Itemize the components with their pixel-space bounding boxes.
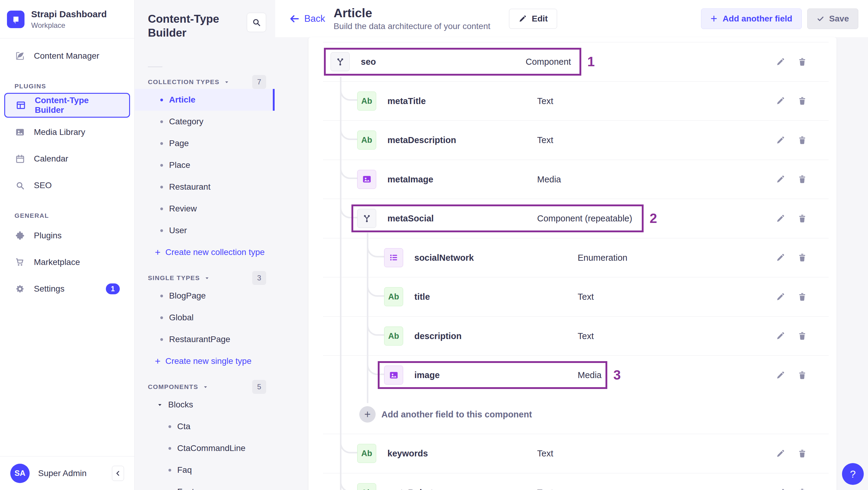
edit-field-button[interactable] — [773, 447, 787, 460]
delete-field-button[interactable] — [795, 211, 809, 225]
ctb-item-user[interactable]: User — [135, 220, 275, 241]
field-type: Component — [526, 57, 571, 67]
delete-field-button[interactable] — [795, 486, 809, 490]
sidebar-item-label: Content-Type Builder — [35, 96, 119, 115]
sidebar-item-media-library[interactable]: Media Library — [4, 119, 130, 146]
ctb-item-article[interactable]: Article — [135, 89, 275, 111]
ctb-item-category[interactable]: Category — [135, 111, 275, 132]
avatar: SA — [10, 464, 30, 483]
ctb-item-features[interactable]: Features — [135, 481, 275, 490]
field-type: Media — [537, 174, 561, 184]
edit-field-button[interactable] — [773, 251, 787, 265]
sidebar-item-content-type-builder[interactable]: Content-Type Builder — [4, 93, 130, 118]
field-name: metaSocial — [388, 214, 434, 223]
pencil-icon — [776, 96, 785, 105]
delete-field-button[interactable] — [795, 329, 809, 343]
field-name: image — [414, 370, 440, 380]
trash-icon — [798, 175, 807, 184]
fields-card: seoComponentAbmetaTitleTextAbmetaDescrip… — [309, 37, 837, 490]
ctb-item-label: BlogPage — [169, 291, 206, 301]
ctb-item-blogpage[interactable]: BlogPage — [135, 285, 275, 307]
delete-field-button[interactable] — [795, 368, 809, 382]
edit-field-button[interactable] — [773, 211, 787, 225]
edit-field-button[interactable] — [773, 173, 787, 186]
edit-button[interactable]: Edit — [509, 9, 557, 29]
edit-field-button[interactable] — [773, 133, 787, 147]
chevron-left-icon — [114, 469, 122, 477]
add-another-field-button[interactable]: + Add another field — [701, 8, 802, 29]
add-field-to-component-button[interactable]: + — [359, 406, 376, 423]
ctb-item-page[interactable]: Page — [135, 132, 275, 154]
ctb-item-global[interactable]: Global — [135, 307, 275, 329]
sidebar-item-content-manager[interactable]: Content Manager — [4, 43, 130, 69]
delete-field-button[interactable] — [795, 55, 809, 69]
edit-field-button[interactable] — [773, 94, 787, 108]
back-link[interactable]: Back — [289, 13, 325, 24]
edit-field-button[interactable] — [773, 368, 787, 382]
field-name: socialNetwork — [414, 252, 474, 263]
sidebar-item-seo[interactable]: SEO — [4, 172, 130, 199]
media-field-icon — [384, 366, 403, 385]
delete-field-button[interactable] — [795, 94, 809, 108]
plus-icon: + — [155, 356, 161, 367]
sidebar-item-calendar[interactable]: Calendar — [4, 146, 130, 172]
row-divider — [323, 238, 829, 238]
ctb-item-label: User — [169, 226, 187, 235]
collapse-sidebar-button[interactable] — [112, 466, 124, 481]
ctb-item-cta[interactable]: Cta — [135, 416, 275, 437]
delete-field-button[interactable] — [795, 251, 809, 265]
create-new-single-type-link[interactable]: +Create new single type — [135, 350, 266, 372]
create-new-collection-type-link[interactable]: +Create new collection type — [135, 241, 266, 263]
ctb-item-label: Page — [169, 139, 189, 148]
trash-icon — [798, 214, 807, 223]
field-row-title: AbtitleText — [309, 277, 837, 316]
field-type: Text — [537, 488, 553, 490]
ctb-group-blocks[interactable]: Blocks — [135, 394, 266, 416]
ctb-item-restaurant[interactable]: Restaurant — [135, 176, 275, 198]
trash-icon — [798, 253, 807, 262]
text-field-icon: Ab — [357, 444, 376, 463]
help-button[interactable]: ? — [842, 463, 864, 485]
bullet-icon — [160, 229, 163, 232]
text-field-icon: Ab — [384, 287, 403, 306]
field-type: Text — [537, 135, 553, 145]
field-type: Enumeration — [578, 252, 627, 263]
delete-field-button[interactable] — [795, 447, 809, 460]
ctb-item-review[interactable]: Review — [135, 198, 275, 220]
calendar-icon — [14, 154, 25, 164]
delete-field-button[interactable] — [795, 290, 809, 304]
save-button[interactable]: Save — [807, 8, 858, 29]
add-field-to-component-row: +Add another field to this component — [309, 395, 837, 434]
pencil-icon — [776, 57, 785, 66]
section-header-general: GENERAL — [14, 212, 130, 219]
field-row-description: AbdescriptionText — [309, 316, 837, 356]
search-icon — [252, 18, 261, 27]
edit-field-button[interactable] — [773, 486, 787, 490]
search-button[interactable] — [247, 13, 266, 32]
bullet-icon — [168, 447, 171, 450]
check-icon — [816, 15, 825, 23]
back-label: Back — [304, 13, 325, 24]
puzzle-icon — [14, 231, 25, 241]
ctb-item-faq[interactable]: Faq — [135, 459, 275, 481]
ctb-section-header-single-types[interactable]: SINGLE TYPES3 — [148, 271, 266, 285]
cart-icon — [14, 257, 25, 267]
field-type: Text — [578, 292, 594, 302]
sidebar-item-marketplace[interactable]: Marketplace — [4, 249, 130, 276]
edit-field-button[interactable] — [773, 290, 787, 304]
ctb-item-restaurantpage[interactable]: RestaurantPage — [135, 329, 275, 350]
app-subtitle: Workplace — [31, 21, 107, 30]
ctb-section-header-components[interactable]: COMPONENTS5 — [148, 380, 266, 394]
delete-field-button[interactable] — [795, 133, 809, 147]
sidebar-item-label: Marketplace — [34, 257, 80, 267]
save-label: Save — [829, 14, 849, 24]
sidebar-item-plugins[interactable]: Plugins — [4, 222, 130, 249]
ctb-item-ctacommandline[interactable]: CtaCommandLine — [135, 437, 275, 459]
edit-field-button[interactable] — [773, 329, 787, 343]
field-row-metadescription: AbmetaDescriptionText — [309, 120, 837, 160]
ctb-section-header-collection-types[interactable]: COLLECTION TYPES7 — [148, 75, 266, 89]
edit-field-button[interactable] — [773, 55, 787, 69]
ctb-item-place[interactable]: Place — [135, 154, 275, 176]
delete-field-button[interactable] — [795, 173, 809, 186]
sidebar-item-settings[interactable]: Settings1 — [4, 276, 130, 302]
